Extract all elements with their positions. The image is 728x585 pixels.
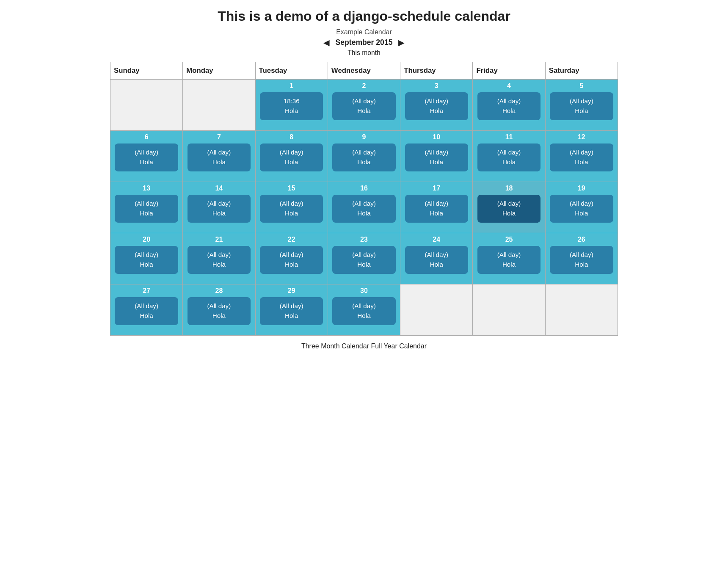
day-number[interactable]: 8	[290, 133, 293, 141]
this-month-link[interactable]: This month	[8, 49, 720, 57]
calendar-cell: 17(All day)Hola	[400, 182, 473, 233]
active-day-cell: 28(All day)Hola	[183, 284, 255, 335]
event-box[interactable]: (All day)Hola	[550, 246, 613, 274]
day-number[interactable]: 16	[360, 185, 368, 192]
next-month-arrow[interactable]: ▶	[398, 38, 405, 47]
calendar-week-row: 6(All day)Hola7(All day)Hola8(All day)Ho…	[110, 131, 618, 182]
day-number[interactable]: 28	[215, 287, 223, 295]
event-box[interactable]: (All day)Hola	[332, 92, 395, 120]
day-number[interactable]: 4	[507, 82, 511, 90]
calendar-cell: 21(All day)Hola	[183, 233, 255, 284]
active-day-cell: 13(All day)Hola	[110, 182, 182, 233]
calendar-cell: 29(All day)Hola	[255, 284, 328, 336]
event-box[interactable]: (All day)Hola	[405, 195, 468, 223]
calendar-cell: 6(All day)Hola	[110, 131, 183, 182]
weekday-header-monday: Monday	[183, 62, 255, 80]
calendar-name: Example Calendar	[8, 28, 720, 36]
event-box[interactable]: (All day)Hola	[260, 246, 323, 274]
day-number[interactable]: 1	[290, 82, 293, 90]
day-number[interactable]: 10	[433, 133, 440, 141]
day-number[interactable]: 19	[578, 185, 585, 192]
active-day-cell: 9(All day)Hola	[328, 131, 400, 182]
active-day-cell: 12(All day)Hola	[546, 131, 618, 182]
calendar-cell: 23(All day)Hola	[328, 233, 400, 284]
active-day-cell: 8(All day)Hola	[256, 131, 328, 182]
day-number[interactable]: 25	[505, 236, 513, 243]
day-number[interactable]: 5	[579, 82, 583, 90]
calendar-table: SundayMondayTuesdayWednesdayThursdayFrid…	[110, 62, 618, 336]
full-year-calendar-link[interactable]: Full Year Calendar	[371, 342, 427, 350]
day-number[interactable]: 2	[362, 82, 366, 90]
day-number[interactable]: 6	[145, 133, 149, 141]
event-box[interactable]: (All day)Hola	[260, 143, 323, 171]
event-box[interactable]: (All day)Hola	[260, 195, 323, 223]
event-box[interactable]: (All day)Hola	[405, 92, 468, 120]
day-number[interactable]: 22	[288, 236, 295, 243]
event-box[interactable]: (All day)Hola	[332, 143, 395, 171]
calendar-cell: 20(All day)Hola	[110, 233, 183, 284]
event-box[interactable]: (All day)Hola	[115, 297, 178, 325]
active-day-cell: 21(All day)Hola	[183, 233, 255, 284]
footer-links: Three Month Calendar Full Year Calendar	[8, 342, 720, 350]
day-number[interactable]: 13	[143, 185, 150, 192]
event-box[interactable]: (All day)Hola	[477, 195, 540, 223]
day-number[interactable]: 15	[288, 185, 295, 192]
calendar-cell: 2(All day)Hola	[328, 80, 400, 131]
calendar-cell: 118:36Hola	[255, 80, 328, 131]
day-number[interactable]: 23	[360, 236, 368, 243]
event-box[interactable]: (All day)Hola	[115, 143, 178, 171]
calendar-cell: 11(All day)Hola	[473, 131, 545, 182]
calendar-cell: 8(All day)Hola	[255, 131, 328, 182]
day-number[interactable]: 17	[433, 185, 440, 192]
calendar-cell: 7(All day)Hola	[183, 131, 255, 182]
event-box[interactable]: (All day)Hola	[550, 92, 613, 120]
event-box[interactable]: (All day)Hola	[188, 246, 251, 274]
event-box[interactable]: (All day)Hola	[332, 246, 395, 274]
event-box[interactable]: (All day)Hola	[188, 195, 251, 223]
event-box[interactable]: (All day)Hola	[188, 297, 251, 325]
page-title: This is a demo of a django-schedule cale…	[8, 8, 720, 24]
calendar-cell: 26(All day)Hola	[545, 233, 618, 284]
day-number[interactable]: 18	[505, 185, 513, 192]
active-day-cell: 16(All day)Hola	[328, 182, 400, 233]
day-number[interactable]: 7	[217, 133, 221, 141]
day-number[interactable]: 30	[360, 287, 368, 295]
event-box[interactable]: (All day)Hola	[550, 195, 613, 223]
day-number[interactable]: 27	[143, 287, 150, 295]
event-box[interactable]: (All day)Hola	[405, 246, 468, 274]
empty-day-cell	[546, 284, 618, 335]
day-number[interactable]: 14	[215, 185, 223, 192]
active-day-cell: 24(All day)Hola	[400, 233, 472, 284]
event-box[interactable]: 18:36Hola	[260, 92, 323, 120]
day-number[interactable]: 9	[362, 133, 366, 141]
active-day-cell: 25(All day)Hola	[473, 233, 545, 284]
event-box[interactable]: (All day)Hola	[260, 297, 323, 325]
calendar-cell: 16(All day)Hola	[328, 182, 400, 233]
calendar-cell: 10(All day)Hola	[400, 131, 473, 182]
day-number[interactable]: 3	[435, 82, 438, 90]
event-box[interactable]: (All day)Hola	[115, 246, 178, 274]
day-number[interactable]: 11	[505, 133, 513, 141]
event-box[interactable]: (All day)Hola	[115, 195, 178, 223]
event-box[interactable]: (All day)Hola	[550, 143, 613, 171]
calendar-cell: 19(All day)Hola	[545, 182, 618, 233]
day-number[interactable]: 29	[288, 287, 295, 295]
calendar-cell: 14(All day)Hola	[183, 182, 255, 233]
event-box[interactable]: (All day)Hola	[477, 246, 540, 274]
event-box[interactable]: (All day)Hola	[332, 297, 395, 325]
active-day-cell: 17(All day)Hola	[400, 182, 472, 233]
event-box[interactable]: (All day)Hola	[405, 143, 468, 171]
day-number[interactable]: 26	[578, 236, 585, 243]
day-number[interactable]: 24	[433, 236, 440, 243]
day-number[interactable]: 21	[215, 236, 223, 243]
three-month-calendar-link[interactable]: Three Month Calendar	[301, 342, 369, 350]
event-box[interactable]: (All day)Hola	[332, 195, 395, 223]
day-number[interactable]: 12	[578, 133, 585, 141]
calendar-week-row: 20(All day)Hola21(All day)Hola22(All day…	[110, 233, 618, 284]
day-number[interactable]: 20	[143, 236, 150, 243]
event-box[interactable]: (All day)Hola	[477, 143, 540, 171]
weekday-header-tuesday: Tuesday	[255, 62, 328, 80]
event-box[interactable]: (All day)Hola	[477, 92, 540, 120]
prev-month-arrow[interactable]: ◀	[323, 38, 330, 47]
event-box[interactable]: (All day)Hola	[188, 143, 251, 171]
